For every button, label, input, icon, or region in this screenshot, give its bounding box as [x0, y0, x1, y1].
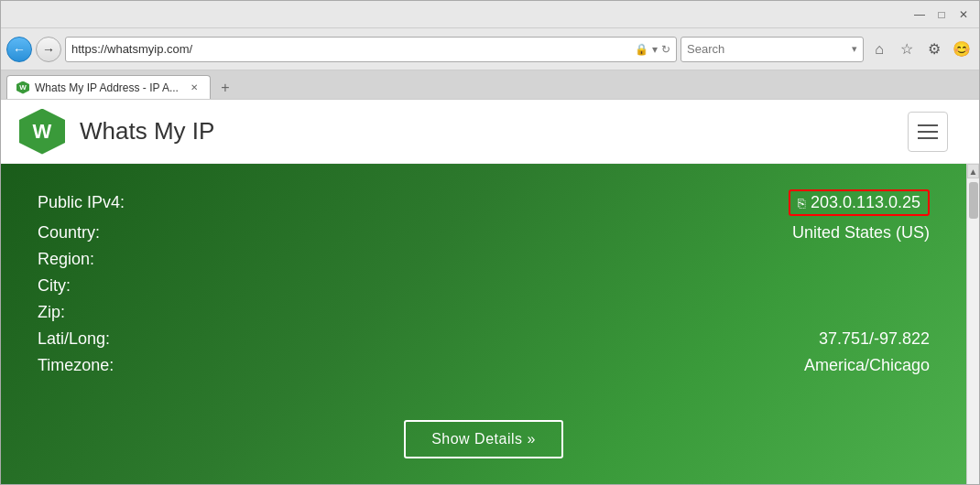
favorites-button[interactable]: ☆	[895, 38, 919, 61]
latilong-value: 37.751/-97.822	[819, 329, 930, 349]
ipv4-label: Public IPv4:	[38, 193, 125, 212]
timezone-label: Timezone:	[38, 356, 114, 375]
maximize-button[interactable]: □	[933, 6, 950, 23]
home-button[interactable]: ⌂	[867, 38, 891, 61]
site-logo: W	[19, 109, 65, 155]
show-details-wrap: Show Details »	[38, 420, 930, 458]
title-bar: — □ ✕	[1, 1, 979, 28]
ip-fields: Public IPv4: ⎘ 203.0.113.0.25 Country: U…	[38, 189, 930, 375]
city-label: City:	[38, 276, 71, 296]
scrollbar[interactable]: ▲	[966, 164, 979, 484]
ip-info-section: Public IPv4: ⎘ 203.0.113.0.25 Country: U…	[1, 164, 966, 484]
ip-row-6: Timezone: America/Chicago	[38, 356, 930, 375]
tab-close-button[interactable]: ✕	[188, 81, 201, 94]
country-value: United States (US)	[792, 223, 930, 242]
forward-icon: →	[42, 42, 55, 57]
tab-favicon: W	[16, 81, 29, 94]
address-input[interactable]	[71, 42, 631, 56]
hamburger-line-1	[918, 124, 938, 126]
tab-label: Whats My IP Address - IP A...	[35, 81, 179, 94]
minimize-button[interactable]: —	[911, 6, 928, 23]
smiley-button[interactable]: 😊	[950, 38, 974, 61]
hamburger-line-2	[918, 131, 938, 133]
hamburger-button[interactable]	[908, 112, 948, 152]
hamburger-line-3	[918, 137, 938, 139]
show-details-button[interactable]: Show Details »	[404, 420, 563, 458]
new-tab-button[interactable]: +	[214, 77, 236, 99]
page-content: W Whats My IP Public IPv4:	[1, 100, 979, 484]
browser-window: — □ ✕ ← → 🔒 ▾ ↻ ▾ ⌂ ☆ ⚙ 😊	[0, 0, 980, 485]
dropdown-icon[interactable]: ▾	[652, 43, 658, 56]
ip-row-1: Country: United States (US)	[38, 223, 930, 242]
search-dropdown-icon[interactable]: ▾	[852, 43, 857, 55]
ip-row-3: City:	[38, 276, 930, 296]
copy-icon[interactable]: ⎘	[798, 196, 805, 210]
search-input[interactable]	[687, 42, 848, 56]
site-header: W Whats My IP	[1, 100, 979, 164]
lock-icon: 🔒	[635, 43, 648, 56]
toolbar-icons: ⌂ ☆ ⚙ 😊	[867, 38, 974, 61]
main-content: Public IPv4: ⎘ 203.0.113.0.25 Country: U…	[1, 164, 966, 484]
timezone-value: America/Chicago	[804, 356, 930, 375]
site-title: Whats My IP	[80, 117, 908, 146]
scroll-thumb[interactable]	[969, 182, 978, 219]
nav-bar: ← → 🔒 ▾ ↻ ▾ ⌂ ☆ ⚙ 😊	[1, 28, 979, 70]
main-area: Public IPv4: ⎘ 203.0.113.0.25 Country: U…	[1, 164, 979, 484]
close-button[interactable]: ✕	[955, 6, 972, 23]
settings-button[interactable]: ⚙	[922, 38, 946, 61]
scroll-up-button[interactable]: ▲	[967, 164, 979, 178]
tab-bar: W Whats My IP Address - IP A... ✕ +	[1, 70, 979, 100]
address-icons: 🔒 ▾ ↻	[635, 43, 670, 56]
latilong-label: Lati/Long:	[38, 329, 110, 349]
back-icon: ←	[13, 42, 26, 57]
title-bar-buttons: — □ ✕	[911, 6, 972, 23]
ip-row-0: Public IPv4: ⎘ 203.0.113.0.25	[38, 189, 930, 216]
refresh-icon[interactable]: ↻	[661, 43, 670, 56]
country-label: Country:	[38, 223, 100, 242]
ipv4-value: ⎘ 203.0.113.0.25	[789, 189, 930, 216]
search-bar-wrap: ▾	[681, 37, 864, 62]
back-button[interactable]: ←	[6, 37, 32, 62]
active-tab[interactable]: W Whats My IP Address - IP A... ✕	[6, 75, 211, 99]
ip-row-5: Lati/Long: 37.751/-97.822	[38, 329, 930, 349]
ip-row-2: Region:	[38, 250, 930, 269]
zip-label: Zip:	[38, 303, 65, 322]
ip-row-4: Zip:	[38, 303, 930, 322]
forward-button[interactable]: →	[36, 37, 61, 62]
region-label: Region:	[38, 250, 94, 269]
address-bar-wrap: 🔒 ▾ ↻	[65, 37, 677, 62]
